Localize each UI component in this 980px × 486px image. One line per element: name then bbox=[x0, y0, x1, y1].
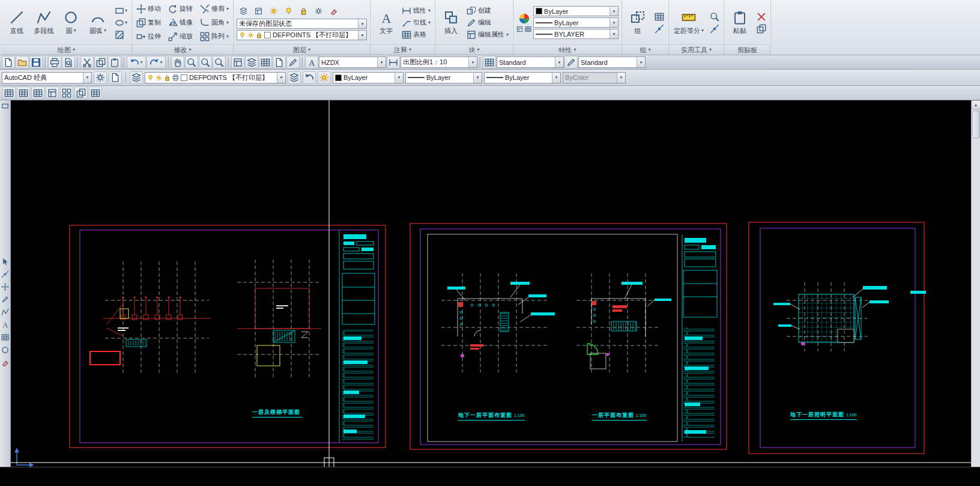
select-arrow-icon[interactable] bbox=[1, 258, 9, 266]
scrollbar-thumb[interactable] bbox=[972, 111, 980, 138]
pencil-icon[interactable] bbox=[1, 296, 9, 303]
mirror-button[interactable]: 镜像 bbox=[167, 16, 194, 29]
create-block-button[interactable]: 创建 bbox=[465, 5, 510, 16]
object-color-combo[interactable]: ByLayer▾ bbox=[533, 6, 619, 16]
zoom-realtime-button[interactable] bbox=[185, 56, 198, 68]
linear-dimension-button[interactable]: 线性▾ bbox=[401, 5, 432, 16]
text-button[interactable]: 文字 bbox=[374, 9, 399, 37]
layer-match-button[interactable] bbox=[252, 5, 265, 17]
tool-palettes-button[interactable] bbox=[259, 56, 272, 68]
ellipse-button[interactable]: ▾ bbox=[113, 17, 129, 28]
move-button[interactable]: 移动 bbox=[135, 2, 162, 16]
table-merge-button[interactable] bbox=[31, 87, 44, 99]
edit-block-button[interactable]: 编辑 bbox=[465, 17, 510, 28]
zoom-window-button[interactable] bbox=[199, 56, 212, 68]
scroll-up-button[interactable]: ▲ bbox=[972, 100, 980, 109]
plan-roof[interactable] bbox=[90, 261, 210, 375]
layer-on-button[interactable] bbox=[267, 5, 280, 17]
circle-icon[interactable] bbox=[1, 346, 9, 354]
panel-label-properties[interactable]: 特性▾ bbox=[513, 44, 622, 55]
open-button[interactable] bbox=[16, 56, 29, 68]
layer-delete-button[interactable] bbox=[327, 5, 340, 17]
list-icon[interactable] bbox=[525, 26, 531, 32]
table-insert-button[interactable] bbox=[2, 87, 16, 99]
plan-basement-lighting[interactable] bbox=[773, 282, 926, 351]
panel-label-group[interactable]: 组▾ bbox=[622, 44, 668, 55]
polyline-button[interactable]: 多段线 bbox=[31, 9, 56, 37]
drawing-canvas[interactable]: 一层及楼梯平面图 地下一层平面布置图1:100 一层平面布置图1:100 地下一… bbox=[11, 100, 971, 467]
cut-button[interactable] bbox=[755, 11, 767, 22]
layer-state-combo[interactable]: 未保存的图层状态▾ bbox=[237, 19, 367, 29]
polyline-icon[interactable] bbox=[1, 308, 9, 316]
table-border-button[interactable] bbox=[46, 87, 59, 99]
paste-button[interactable] bbox=[108, 56, 121, 68]
text-icon[interactable] bbox=[1, 321, 9, 329]
object-linetype-combo[interactable]: ByLayer▾ bbox=[533, 17, 619, 28]
sheet-set-button[interactable] bbox=[273, 56, 286, 68]
trim-button[interactable]: 修剪▾ bbox=[199, 2, 230, 16]
node-edit-icon[interactable] bbox=[1, 270, 9, 278]
table-button[interactable]: 表格 bbox=[401, 29, 432, 40]
workspace-settings-button[interactable] bbox=[94, 71, 107, 84]
table-icon[interactable] bbox=[1, 333, 9, 341]
layer-settings-button[interactable] bbox=[312, 5, 325, 17]
table-format-button[interactable] bbox=[89, 87, 102, 99]
redo-button[interactable]: ▾ bbox=[147, 56, 166, 68]
properties-button[interactable] bbox=[231, 56, 244, 68]
color-control-combo[interactable]: ByLayer▾ bbox=[333, 72, 404, 84]
quick-select-button[interactable] bbox=[709, 11, 721, 22]
panel-label-draw[interactable]: 绘图▾ bbox=[1, 44, 132, 55]
panel-label-annotate[interactable]: 注释▾ bbox=[371, 44, 435, 55]
cut-button[interactable] bbox=[80, 56, 94, 68]
text-style-combo[interactable]: HZDX▾ bbox=[319, 56, 386, 68]
current-layer-combo[interactable]: DEFPOINTS 【不打印层】▾ bbox=[237, 30, 367, 40]
insert-block-button[interactable]: 插入 bbox=[438, 9, 464, 37]
lineweight-control-combo[interactable]: ByLayer▾ bbox=[484, 72, 561, 84]
zoom-previous-button[interactable] bbox=[213, 56, 226, 68]
group-button[interactable]: 组 bbox=[625, 9, 650, 37]
linetype-control-combo[interactable]: ByLayer▾ bbox=[405, 72, 482, 84]
workspace-save-button[interactable] bbox=[109, 71, 122, 84]
line-button[interactable]: 直线 bbox=[4, 9, 29, 37]
scale-button[interactable]: 缩放 bbox=[167, 29, 194, 43]
array-button[interactable]: 阵列▾ bbox=[199, 29, 230, 43]
move-icon[interactable] bbox=[1, 283, 9, 291]
panel-label-clipboard[interactable]: 剪贴板 bbox=[724, 44, 770, 55]
match-properties-icon[interactable] bbox=[516, 26, 523, 32]
pan-button[interactable] bbox=[171, 56, 184, 68]
id-point-button[interactable] bbox=[709, 23, 721, 34]
plan-stairs[interactable] bbox=[237, 260, 321, 378]
circle-button[interactable]: 圆▾ bbox=[58, 9, 83, 37]
panel-label-layers[interactable]: 图层▾ bbox=[234, 44, 370, 55]
panel-label-utilities[interactable]: 实用工具▾ bbox=[669, 44, 724, 55]
color-wheel-icon[interactable] bbox=[518, 13, 530, 25]
layer-states-button[interactable] bbox=[288, 71, 301, 84]
layer-off-button[interactable] bbox=[282, 5, 295, 17]
dim-style-button[interactable] bbox=[387, 56, 400, 68]
paste-button[interactable]: 粘贴 bbox=[727, 9, 752, 37]
dim-style-combo[interactable]: 出图比例1：10▾ bbox=[401, 56, 477, 68]
ungroup-button[interactable] bbox=[653, 11, 665, 22]
layer-combo[interactable]: DEFPOINTS 【不打印层】▾ bbox=[145, 72, 286, 84]
stretch-button[interactable]: 拉伸 bbox=[135, 29, 162, 43]
leader-button[interactable]: 引线▾ bbox=[401, 17, 432, 28]
undo-button[interactable]: ▾ bbox=[127, 56, 146, 68]
arc-button[interactable]: 圆弧▾ bbox=[85, 9, 110, 37]
layer-properties-button[interactable] bbox=[130, 71, 143, 84]
text-style-button[interactable] bbox=[305, 56, 318, 68]
plan-floor1-layout[interactable] bbox=[576, 273, 671, 372]
save-button[interactable] bbox=[29, 56, 43, 68]
new-button[interactable] bbox=[2, 56, 15, 68]
eraser-icon[interactable] bbox=[1, 359, 9, 366]
layer-properties-button[interactable] bbox=[237, 5, 250, 17]
table-style-button[interactable] bbox=[483, 56, 496, 68]
command-line-area[interactable] bbox=[0, 467, 980, 486]
vertical-scrollbar[interactable]: ▲ bbox=[971, 100, 980, 467]
copy-button[interactable]: 复制 bbox=[135, 16, 162, 29]
copy-clip-button[interactable] bbox=[755, 23, 767, 34]
rotate-button[interactable]: 旋转 bbox=[167, 2, 194, 16]
sheet-1[interactable] bbox=[70, 225, 386, 448]
design-center-button[interactable] bbox=[245, 56, 258, 68]
hatch-button[interactable] bbox=[113, 29, 129, 40]
layer-isolate-button[interactable] bbox=[318, 71, 331, 84]
